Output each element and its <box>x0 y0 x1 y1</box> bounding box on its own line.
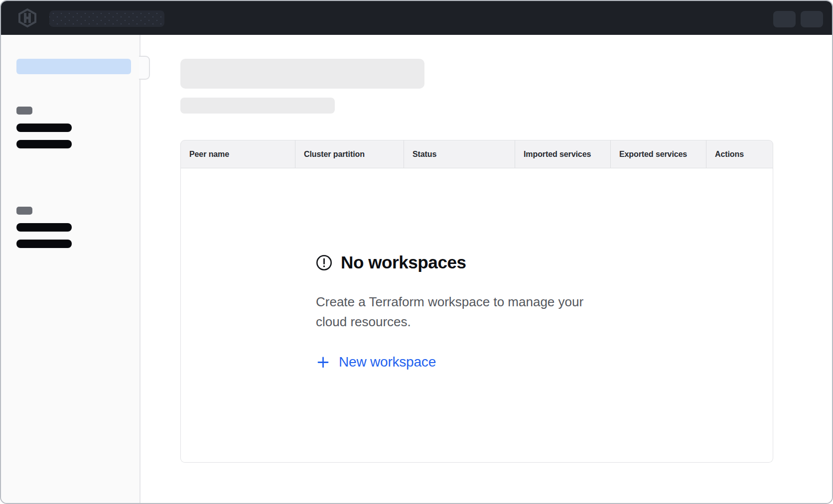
org-picker-skeleton[interactable] <box>49 10 164 27</box>
column-header-exported-services: Exported services <box>610 140 706 168</box>
column-header-imported-services: Imported services <box>515 140 610 168</box>
topbar-button-skeleton[interactable] <box>801 11 823 27</box>
column-header-peer-name: Peer name <box>181 140 295 168</box>
hashicorp-logo-icon <box>17 8 37 28</box>
empty-state-description: Create a Terraform workspace to manage y… <box>316 292 615 332</box>
table-header-row: Peer name Cluster partition Status Impor… <box>180 140 773 168</box>
sidebar-active-item-skeleton[interactable] <box>16 59 131 74</box>
column-header-actions: Actions <box>706 140 773 168</box>
column-header-cluster-partition: Cluster partition <box>295 140 404 168</box>
sidebar-nav-item-skeleton[interactable] <box>16 124 72 132</box>
sidebar-nav-item-skeleton[interactable] <box>16 223 72 232</box>
topbar <box>1 1 832 35</box>
app-body: Peer name Cluster partition Status Impor… <box>1 35 832 503</box>
table-body: No workspaces Create a Terraform workspa… <box>180 168 773 463</box>
page-subtitle-skeleton <box>180 98 335 114</box>
page-title-skeleton <box>180 59 424 89</box>
sidebar <box>1 35 140 503</box>
new-workspace-label: New workspace <box>339 354 436 370</box>
sidebar-nav-item-skeleton[interactable] <box>16 240 72 248</box>
topbar-button-skeleton[interactable] <box>773 11 796 27</box>
sidebar-collapse-handle[interactable] <box>139 56 150 80</box>
empty-state: No workspaces Create a Terraform workspa… <box>316 252 615 370</box>
alert-circle-icon <box>316 254 332 271</box>
sidebar-section-label-skeleton <box>16 107 32 115</box>
sidebar-nav-item-skeleton[interactable] <box>16 140 72 148</box>
sidebar-section-label-skeleton <box>16 207 32 215</box>
empty-state-title: No workspaces <box>341 252 466 273</box>
empty-state-header: No workspaces <box>316 252 615 273</box>
peers-table: Peer name Cluster partition Status Impor… <box>180 140 773 463</box>
main-content: Peer name Cluster partition Status Impor… <box>140 35 832 503</box>
app-window: Peer name Cluster partition Status Impor… <box>0 0 833 504</box>
new-workspace-button[interactable]: New workspace <box>316 354 436 370</box>
column-header-status: Status <box>404 140 515 168</box>
plus-icon <box>317 356 329 369</box>
